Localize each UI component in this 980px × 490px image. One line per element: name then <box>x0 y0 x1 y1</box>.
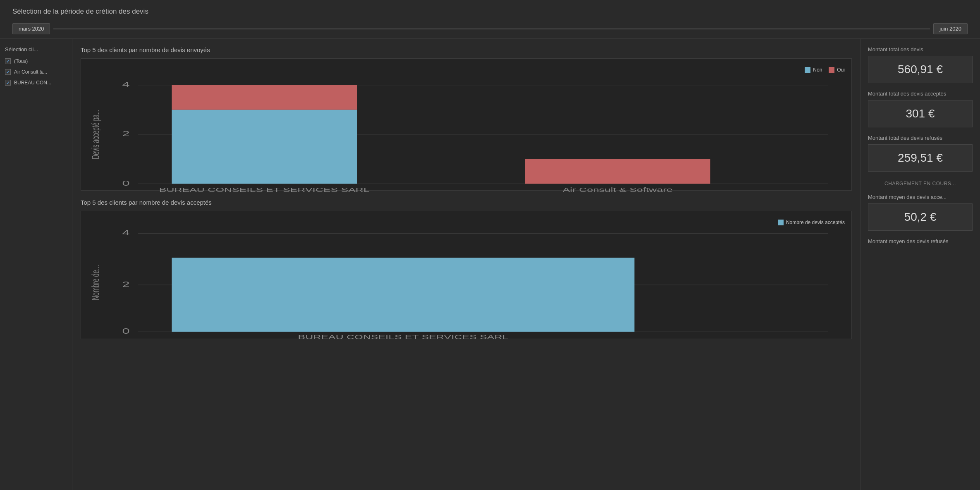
right-panel: Montant total des devis 560,91 € Montant… <box>860 39 980 490</box>
stat-total-acceptes-value: 301 € <box>873 107 967 120</box>
checkbox-air[interactable] <box>5 69 11 75</box>
stat-total-refuses: Montant total des devis refusés 259,51 € <box>868 135 973 172</box>
sidebar-label-tous: (Tous) <box>14 58 28 64</box>
sidebar-item-tous[interactable]: (Tous) <box>5 58 67 64</box>
stat-total-devis-box: 560,91 € <box>868 56 973 83</box>
chart1-title: Top 5 des clients par nombre de devis en… <box>81 46 852 53</box>
sidebar-title: Sélection cli... <box>5 46 67 53</box>
bar-bureau-non <box>172 110 357 184</box>
sidebar-label-air: Air Consult &... <box>14 69 47 75</box>
sidebar-label-bureau: BUREAU CON... <box>14 80 51 86</box>
chart2-svg: 4 2 0 Nombre de... BUREAU CONSEILS ET SE… <box>88 229 845 341</box>
stat-total-acceptes-label: Montant total des devis acceptés <box>868 91 973 97</box>
legend-non-label: Non <box>813 67 822 73</box>
stat-moyen-acceptes: Montant moyen des devis acce... 50,2 € <box>868 194 973 231</box>
checkbox-bureau[interactable] <box>5 80 11 86</box>
legend-non-swatch <box>805 67 810 73</box>
chart1-svg: 4 2 0 Devis accepté pa... BUREAU CONSEIL… <box>88 76 845 193</box>
checkbox-tous[interactable] <box>5 58 11 64</box>
sidebar-item-bureau[interactable]: BUREAU CON... <box>5 80 67 86</box>
stat-total-devis: Montant total des devis 560,91 € <box>868 46 973 83</box>
stat-total-refuses-label: Montant total des devis refusés <box>868 135 973 141</box>
charts-area: Top 5 des clients par nombre de devis en… <box>72 39 860 490</box>
date-end-pill[interactable]: juin 2020 <box>933 23 968 34</box>
stat-moyen-acceptes-label: Montant moyen des devis acce... <box>868 194 973 200</box>
svg-text:2: 2 <box>122 280 130 289</box>
legend-acceptes-label: Nombre de devis acceptés <box>786 220 845 225</box>
svg-text:0: 0 <box>122 179 130 187</box>
date-start-pill[interactable]: mars 2020 <box>12 23 50 34</box>
chart2-legend: Nombre de devis acceptés <box>88 220 845 225</box>
stat-moyen-acceptes-value: 50,2 € <box>873 210 967 224</box>
svg-text:BUREAU CONSEILS ET SERVICES SA: BUREAU CONSEILS ET SERVICES SARL <box>298 334 509 341</box>
chart2-title: Top 5 des clients par nombre de devis ac… <box>81 199 852 206</box>
date-range-bar: mars 2020 juin 2020 <box>12 23 968 34</box>
chart1-block: Top 5 des clients par nombre de devis en… <box>81 46 852 191</box>
chart1-legend: Non Oui <box>88 67 845 73</box>
stat-total-devis-value: 560,91 € <box>873 63 967 76</box>
legend-oui-swatch <box>829 67 834 73</box>
range-slider-track[interactable] <box>53 29 930 29</box>
svg-text:0: 0 <box>122 327 130 335</box>
svg-text:4: 4 <box>122 229 130 237</box>
stat-total-acceptes: Montant total des devis acceptés 301 € <box>868 91 973 127</box>
stat-moyen-acceptes-box: 50,2 € <box>868 203 973 231</box>
legend-acceptes-swatch <box>778 220 784 225</box>
sidebar: Sélection cli... (Tous)Air Consult &...B… <box>0 39 72 490</box>
legend-non: Non <box>805 67 822 73</box>
stat-moyen-refuses: Montant moyen des devis refusés <box>868 238 973 248</box>
bar-air-oui <box>525 159 710 184</box>
svg-text:Devis accepté pa...: Devis accepté pa... <box>90 110 102 159</box>
svg-text:Nombre de...: Nombre de... <box>90 265 102 300</box>
svg-text:4: 4 <box>122 80 130 88</box>
bar-chart2-bureau <box>172 258 634 332</box>
chart1-container: Non Oui 4 2 0 <box>81 58 852 191</box>
legend-acceptes: Nombre de devis acceptés <box>778 220 845 225</box>
legend-oui-label: Oui <box>837 67 845 73</box>
svg-text:2: 2 <box>122 129 130 138</box>
legend-oui: Oui <box>829 67 845 73</box>
stat-total-refuses-box: 259,51 € <box>868 144 973 172</box>
page-title: Sélection de la période de crétion des d… <box>12 7 968 16</box>
svg-text:Air Consult & Software: Air Consult & Software <box>563 186 673 193</box>
stat-total-acceptes-box: 301 € <box>868 100 973 127</box>
stat-moyen-refuses-label: Montant moyen des devis refusés <box>868 238 973 244</box>
main-content: Sélection cli... (Tous)Air Consult &...B… <box>0 39 980 490</box>
bar-bureau-oui <box>172 85 357 110</box>
stat-total-refuses-value: 259,51 € <box>873 151 967 165</box>
chart2-container: Nombre de devis acceptés 4 2 0 Nombre de… <box>81 211 852 339</box>
chargement-text: CHARGEMENT EN COURS... <box>868 181 973 186</box>
sidebar-item-air[interactable]: Air Consult &... <box>5 69 67 75</box>
chart2-block: Top 5 des clients par nombre de devis ac… <box>81 199 852 339</box>
top-section: Sélection de la période de crétion des d… <box>0 0 980 39</box>
svg-text:BUREAU CONSEILS ET SERVICES SA: BUREAU CONSEILS ET SERVICES SARL <box>159 186 370 193</box>
stat-total-devis-label: Montant total des devis <box>868 46 973 53</box>
